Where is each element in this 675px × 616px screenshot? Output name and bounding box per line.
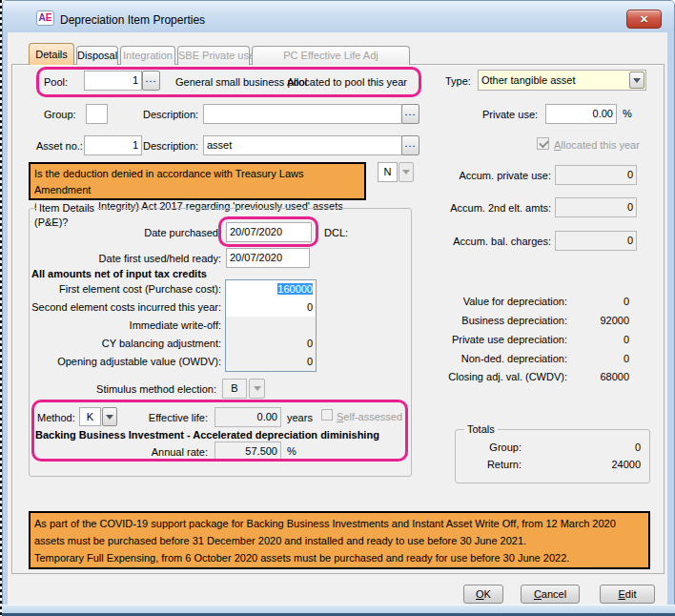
method-label: Method: — [37, 412, 75, 424]
edit-button-label: Edit — [619, 585, 637, 603]
effective-life-label: Effective life: — [114, 412, 208, 424]
second-element-costs-label: Second element costs incurred this year: — [29, 301, 221, 314]
covid-note-box: As part of the COVID-19 support package … — [29, 511, 650, 569]
covid-note-line3: Temporary Full Expensing, from 6 October… — [34, 549, 644, 566]
group-input[interactable] — [86, 104, 108, 124]
selection-marquee — [0, 0, 2, 616]
asset-description-browse-button[interactable]: ... — [401, 135, 419, 155]
immediate-write-off-field — [226, 317, 316, 335]
immediate-write-off-label: Immediate write-off: — [29, 319, 221, 332]
annual-rate-unit: % — [287, 445, 297, 458]
net-of-tax-credits-note: All amounts net of input tax credits — [31, 268, 207, 280]
tab-integration: Integration — [120, 46, 175, 65]
totals-title: Totals — [464, 423, 498, 436]
asset-description-input[interactable]: asset — [203, 135, 402, 155]
totals-groupbox — [455, 429, 650, 483]
method-description-text: Backing Business Investment - Accelerate… — [35, 429, 379, 441]
check-icon — [539, 138, 549, 149]
tab-pc-effective-life-adj: PC Effective Life Adj — [252, 46, 410, 65]
totals-return-value: 24000 — [534, 459, 641, 471]
effective-life-unit: years — [287, 412, 313, 424]
type-dropdown-button[interactable] — [629, 72, 644, 89]
asset-no-input[interactable]: 1 — [84, 135, 142, 155]
tab-pc-effective-life-adj-label: PC Effective Life Adj — [283, 50, 378, 61]
allocated-this-year-label: Allocated this year — [554, 139, 640, 152]
tab-details[interactable]: Details — [29, 43, 74, 65]
tab-disposal[interactable]: Disposal — [76, 46, 118, 65]
pool-browse-button[interactable]: ... — [142, 71, 160, 91]
tab-sbe-private-use-label: SBE Private use — [178, 50, 255, 61]
group-description-input[interactable] — [203, 104, 402, 124]
totals-return-label: Return: — [467, 459, 522, 471]
deduction-answer-input[interactable]: N — [378, 162, 398, 182]
ok-button-label: OK — [476, 585, 491, 603]
chevron-down-icon — [254, 386, 261, 391]
chevron-down-icon — [106, 415, 113, 420]
tab-integration-label: Integration — [123, 50, 173, 61]
self-assessed-label: Self-assessed — [337, 411, 402, 423]
accum-bal-charges-field: 0 — [555, 231, 637, 251]
owdv-field: 0 — [226, 353, 316, 371]
totals-group-value: 0 — [534, 441, 641, 454]
annual-rate-label: Annual rate: — [114, 446, 208, 459]
accum-private-use-field: 0 — [555, 165, 637, 185]
tab-disposal-label: Disposal — [77, 50, 117, 61]
business-depreciation-value: 92000 — [543, 315, 629, 327]
item-details-title: Item Details — [36, 202, 97, 215]
pool-allocated-text: Allocated to pool this year — [287, 76, 407, 89]
cancel-button-label: Cancel — [534, 585, 566, 603]
cancel-button[interactable]: Cancel — [521, 585, 580, 604]
group-label: Group: — [44, 109, 76, 121]
app-icon-letter-a: A — [39, 12, 46, 23]
covid-note-line1: As part of the COVID-19 support package … — [34, 515, 644, 532]
date-first-used-input[interactable]: 20/07/2020 — [226, 248, 310, 268]
pool-label: Pool: — [44, 76, 68, 89]
owdv-label: Opening adjustable value (OWDV): — [29, 356, 221, 368]
stimulus-method-input: B — [222, 379, 247, 399]
accum-2nd-elt-field: 0 — [555, 197, 637, 217]
dcl-label: DCL: — [324, 227, 348, 239]
group-description-browse-button[interactable]: ... — [401, 104, 419, 124]
self-assessed-checkbox — [321, 409, 333, 421]
tab-details-label: Details — [35, 49, 68, 60]
deduction-warning-line1: Is the deduction denied in accordance wi… — [34, 166, 360, 198]
second-element-costs-input[interactable]: 0 — [226, 298, 316, 317]
first-element-cost-input[interactable]: 160000 — [226, 280, 316, 298]
depreciation-properties-dialog: AE Depreciation Item Properties ✕ Detail… — [0, 0, 675, 616]
first-element-cost-label: First element cost (Purchase cost): — [29, 283, 221, 296]
method-input[interactable]: K — [79, 407, 101, 426]
stimulus-method-label: Stimulus method election: — [57, 383, 216, 396]
stimulus-dropdown-button — [249, 379, 265, 399]
private-use-depreciation-value: 0 — [543, 334, 629, 346]
type-label: Type: — [445, 75, 471, 88]
edit-button[interactable]: Edit — [600, 585, 655, 604]
cost-values-box: 160000 0 0 0 — [225, 279, 317, 372]
close-icon: ✕ — [640, 13, 648, 25]
private-use-input[interactable]: 0.00 — [545, 104, 617, 124]
close-button[interactable]: ✕ — [626, 10, 662, 29]
date-first-used-label: Date first used/held ready: — [57, 253, 221, 265]
covid-note-line2: assets must be purchased before 31 Decem… — [34, 532, 644, 549]
window-title: Depreciation Item Properties — [60, 12, 205, 28]
cy-balancing-adjustment-field: 0 — [226, 335, 316, 353]
allocated-this-year-checkbox — [537, 137, 549, 150]
date-purchased-input[interactable]: 20/07/2020 — [226, 222, 312, 242]
group-description-label: Description: — [143, 109, 198, 121]
first-element-cost-value: 160000 — [277, 283, 313, 295]
type-select[interactable]: Other tangible asset — [478, 70, 646, 91]
date-purchased-label: Date purchased: — [86, 227, 221, 239]
tab-sbe-private-use: SBE Private use — [177, 46, 250, 65]
totals-group-label: Group: — [467, 441, 522, 454]
cy-balancing-adjustment-label: CY balancing adjustment: — [29, 338, 221, 350]
value-for-depreciation-value: 0 — [543, 296, 629, 308]
effective-life-input: 0.00 — [215, 407, 281, 427]
private-use-unit: % — [623, 108, 632, 120]
closing-adj-val-value: 68000 — [543, 371, 629, 383]
accum-private-use-label: Accum. private use: — [400, 170, 551, 182]
asset-description-label: Description: — [143, 140, 198, 153]
pool-input[interactable]: 1 — [84, 71, 142, 91]
ok-button[interactable]: OK — [463, 585, 503, 604]
app-icon-letter-e: E — [46, 12, 52, 23]
app-icon: AE — [36, 10, 54, 26]
private-use-label: Private use: — [482, 109, 538, 121]
